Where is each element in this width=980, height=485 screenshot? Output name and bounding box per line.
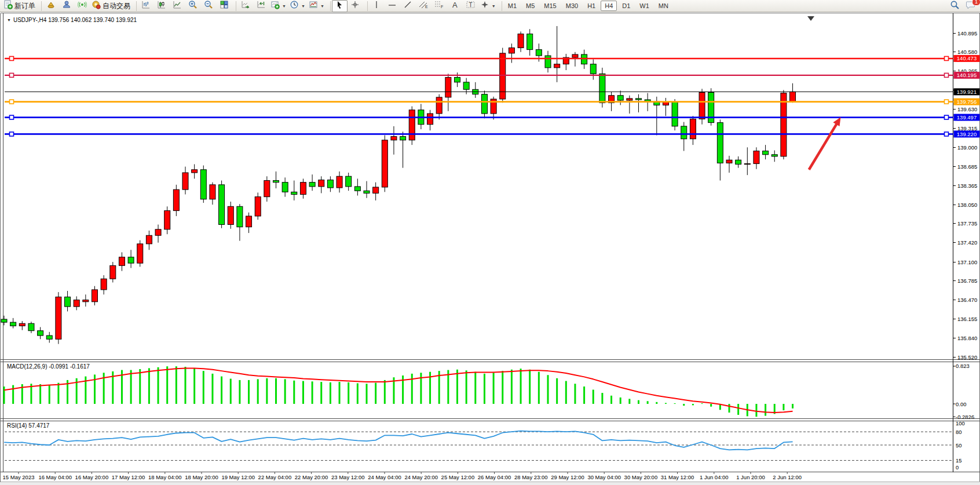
line-chart-icon bbox=[173, 0, 182, 12]
navigator-button[interactable] bbox=[58, 0, 74, 12]
candle bbox=[182, 173, 188, 189]
annotation-arrow[interactable] bbox=[809, 117, 841, 170]
candle bbox=[337, 176, 342, 188]
candle bbox=[781, 93, 787, 156]
toolbar-separator bbox=[38, 1, 42, 11]
candle bbox=[119, 257, 125, 266]
signals-button[interactable] bbox=[74, 0, 90, 12]
periods-button[interactable]: ▼ bbox=[288, 0, 307, 12]
candlestick-chart-button[interactable] bbox=[153, 0, 169, 12]
arrows-tool-button[interactable]: ▼ bbox=[478, 0, 498, 12]
equidistant-channel-button[interactable]: E bbox=[416, 0, 432, 12]
rsi-axis: 1008050150 bbox=[5, 420, 965, 471]
candle bbox=[663, 102, 668, 105]
zoom-out-button[interactable] bbox=[200, 0, 216, 12]
new-chart-icon bbox=[270, 0, 280, 12]
crosshair-icon bbox=[350, 0, 360, 12]
svg-text:137.100: 137.100 bbox=[957, 259, 977, 265]
svg-text:138.365: 138.365 bbox=[957, 183, 977, 189]
vertical-line-button[interactable] bbox=[369, 0, 385, 12]
candle bbox=[65, 297, 71, 307]
candle bbox=[681, 126, 687, 139]
candle bbox=[763, 151, 769, 155]
price-axis bbox=[953, 33, 956, 358]
chart-canvas[interactable]: 140.895140.580140.265139.950139.630139.3… bbox=[0, 0, 980, 485]
rsi-line bbox=[4, 431, 793, 450]
price-tag-text: 140.195 bbox=[957, 72, 977, 78]
chart-shift-marker[interactable] bbox=[807, 16, 814, 21]
chart-expand-icon[interactable]: ▼ bbox=[7, 18, 11, 22]
timeframe-button-mn[interactable]: MN bbox=[654, 1, 672, 11]
timeframe-button-m30[interactable]: M30 bbox=[562, 1, 582, 11]
crosshair-button[interactable] bbox=[348, 0, 363, 12]
horizontal-line-button[interactable] bbox=[385, 0, 400, 12]
timeframe-button-h4[interactable]: H4 bbox=[601, 1, 617, 11]
macd-values: -0.0991 -0.1617 bbox=[49, 363, 90, 370]
chart-shift-button[interactable] bbox=[253, 0, 269, 12]
auto-scroll-button[interactable] bbox=[237, 0, 253, 12]
line-handle[interactable] bbox=[10, 100, 14, 104]
line-chart-button[interactable] bbox=[169, 0, 185, 12]
candle bbox=[509, 48, 514, 53]
price-tag-text: 140.473 bbox=[957, 55, 977, 61]
toolbar-separator bbox=[498, 1, 502, 11]
tile-windows-button[interactable] bbox=[216, 0, 232, 12]
line-handle[interactable] bbox=[945, 100, 949, 104]
chart-shift-icon bbox=[257, 0, 266, 12]
cursor-button[interactable] bbox=[332, 0, 348, 12]
timeframe-button-h1[interactable]: H1 bbox=[583, 1, 599, 11]
candle bbox=[327, 180, 333, 188]
cursor-icon bbox=[335, 1, 343, 12]
svg-text:1 Jun 20:00: 1 Jun 20:00 bbox=[736, 474, 765, 480]
candle bbox=[291, 192, 297, 194]
line-handle[interactable] bbox=[10, 56, 14, 60]
svg-text:0.823: 0.823 bbox=[956, 363, 970, 369]
notification-badge: 1 bbox=[972, 0, 980, 6]
svg-text:23 May 12:00: 23 May 12:00 bbox=[331, 474, 365, 480]
candle bbox=[617, 96, 623, 100]
svg-text:137.420: 137.420 bbox=[957, 239, 977, 246]
line-handle[interactable] bbox=[945, 132, 949, 136]
line-handle[interactable] bbox=[10, 73, 14, 77]
notifications-button[interactable]: 1 bbox=[963, 0, 978, 12]
candle bbox=[83, 300, 89, 302]
line-handle[interactable] bbox=[945, 56, 949, 60]
candle bbox=[173, 189, 179, 210]
line-handle[interactable] bbox=[945, 73, 949, 77]
svg-text:30 May 04:00: 30 May 04:00 bbox=[587, 474, 621, 480]
timeframe-button-w1[interactable]: W1 bbox=[635, 1, 653, 11]
bar-chart-icon bbox=[141, 0, 151, 12]
timeframe-button-m1[interactable]: M1 bbox=[504, 1, 521, 11]
auto-trading-button[interactable]: 自动交易 bbox=[90, 0, 132, 12]
line-handle[interactable] bbox=[10, 132, 14, 136]
timeframe-button-m15[interactable]: M15 bbox=[540, 1, 560, 11]
search-button[interactable] bbox=[947, 0, 963, 12]
line-handle[interactable] bbox=[10, 115, 14, 119]
templates-button[interactable]: ▼ bbox=[307, 0, 326, 12]
candle bbox=[210, 185, 215, 199]
timeframe-button-m5[interactable]: M5 bbox=[522, 1, 539, 11]
svg-text:140.895: 140.895 bbox=[957, 30, 977, 37]
svg-text:15 May 2023: 15 May 2023 bbox=[3, 474, 35, 480]
market-watch-button[interactable] bbox=[43, 0, 58, 12]
candle bbox=[264, 181, 270, 197]
text-button[interactable]: A bbox=[447, 0, 463, 12]
candle bbox=[736, 160, 741, 164]
candle bbox=[391, 137, 397, 140]
text-label-button[interactable]: T bbox=[463, 0, 478, 12]
horizontal-lines[interactable] bbox=[5, 55, 980, 137]
line-handle[interactable] bbox=[945, 115, 949, 119]
candle bbox=[128, 257, 134, 263]
zoom-in-button[interactable] bbox=[185, 0, 200, 12]
svg-text:28 May 23:00: 28 May 23:00 bbox=[514, 474, 548, 480]
new-order-button[interactable]: 新订单 bbox=[2, 0, 37, 12]
trendline-button[interactable] bbox=[400, 0, 416, 12]
bar-chart-button[interactable] bbox=[138, 0, 153, 12]
candle bbox=[74, 300, 79, 307]
new-order-label: 新订单 bbox=[14, 1, 35, 11]
new-chart-button[interactable]: ▼ bbox=[269, 0, 288, 12]
templates-icon bbox=[309, 0, 318, 12]
timeframe-button-d1[interactable]: D1 bbox=[618, 1, 634, 11]
fibonacci-button[interactable]: F bbox=[432, 0, 447, 12]
candle bbox=[46, 336, 52, 339]
